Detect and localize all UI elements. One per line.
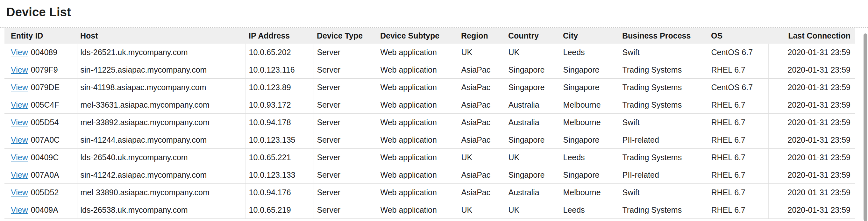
cell-business_process: Trading Systems <box>619 61 708 78</box>
table-header-row: Entity IDHostIP AddressDevice TypeDevice… <box>4 28 855 43</box>
cell-device_subtype: Web application <box>377 201 458 219</box>
entity-id-value: 005D52 <box>31 188 59 197</box>
cell-host: sin-41244.asiapac.mycompany.com <box>77 131 246 149</box>
cell-host: sin-41225.asiapac.mycompany.com <box>77 61 246 78</box>
view-link[interactable]: View <box>11 153 28 162</box>
cell-business_process: Swift <box>619 114 708 131</box>
cell-device_subtype: Web application <box>377 78 458 96</box>
view-link[interactable]: View <box>11 170 28 179</box>
cell-last_connection: 2020-01-31 23:59 <box>768 149 855 166</box>
cell-last_connection: 2020-01-31 23:59 <box>768 114 855 131</box>
cell-last_connection: 2020-01-31 23:59 <box>768 184 855 201</box>
cell-city: Melbourne <box>560 114 619 131</box>
table-row: View007A0Asin-41242.asiapac.mycompany.co… <box>4 166 855 184</box>
column-header-last_connection: Last Connection <box>768 28 855 43</box>
cell-city: Singapore <box>560 78 619 96</box>
cell-region: UK <box>458 149 505 166</box>
cell-entity_id: View007A0C <box>4 131 77 149</box>
cell-city: Singapore <box>560 131 619 149</box>
device-list-page: Device List Entity IDHostIP AddressDevic… <box>0 0 868 221</box>
cell-business_process: Trading Systems <box>619 201 708 219</box>
cell-device_subtype: Web application <box>377 131 458 149</box>
view-link[interactable]: View <box>11 118 28 127</box>
view-link[interactable]: View <box>11 188 28 197</box>
cell-last_connection: 2020-01-31 23:59 <box>768 78 855 96</box>
table-row: View0079F9sin-41225.asiapac.mycompany.co… <box>4 61 855 78</box>
cell-ip: 10.0.65.219 <box>246 201 314 219</box>
cell-country: UK <box>505 149 560 166</box>
cell-ip: 10.0.94.176 <box>246 184 314 201</box>
cell-last_connection: 2020-01-31 23:59 <box>768 201 855 219</box>
cell-country: Singapore <box>505 131 560 149</box>
column-header-country: Country <box>505 28 560 43</box>
view-link[interactable]: View <box>11 48 28 57</box>
cell-host: mel-33631.asiapac.mycompany.com <box>77 96 246 114</box>
cell-device_type: Server <box>314 131 377 149</box>
table-row: View0079DEsin-41198.asiapac.mycompany.co… <box>4 78 855 96</box>
cell-host: lds-26538.uk.mycompany.com <box>77 201 246 219</box>
cell-business_process: Trading Systems <box>619 78 708 96</box>
view-link[interactable]: View <box>11 206 28 214</box>
entity-id-value: 007A0A <box>31 170 59 179</box>
column-header-region: Region <box>458 28 505 43</box>
cell-last_connection: 2020-01-31 23:59 <box>768 61 855 78</box>
cell-entity_id: View00409A <box>4 201 77 219</box>
scrollbar-thumb[interactable] <box>864 33 867 221</box>
cell-ip: 10.0.123.89 <box>246 78 314 96</box>
cell-host: mel-33892.asiapac.mycompany.com <box>77 114 246 131</box>
cell-os: RHEL 6.7 <box>708 201 768 219</box>
cell-device_type: Server <box>314 96 377 114</box>
cell-business_process: Trading Systems <box>619 149 708 166</box>
table-row: View005D52mel-33890.asiapac.mycompany.co… <box>4 184 855 201</box>
cell-country: Singapore <box>505 166 560 184</box>
cell-device_subtype: Web application <box>377 61 458 78</box>
cell-country: Australia <box>505 114 560 131</box>
view-link[interactable]: View <box>11 65 28 74</box>
cell-entity_id: View0079DE <box>4 78 77 96</box>
cell-city: Singapore <box>560 166 619 184</box>
cell-os: RHEL 6.7 <box>708 131 768 149</box>
cell-host: sin-41242.asiapac.mycompany.com <box>77 166 246 184</box>
vertical-scrollbar[interactable] <box>863 0 868 221</box>
view-link[interactable]: View <box>11 135 28 144</box>
cell-city: Melbourne <box>560 184 619 201</box>
device-table: Entity IDHostIP AddressDevice TypeDevice… <box>4 28 855 219</box>
table-row: View00409Alds-26538.uk.mycompany.com10.0… <box>4 201 855 219</box>
cell-device_type: Server <box>314 114 377 131</box>
page-title: Device List <box>0 0 868 19</box>
cell-region: UK <box>458 201 505 219</box>
cell-device_subtype: Web application <box>377 43 458 61</box>
cell-country: Australia <box>505 184 560 201</box>
cell-os: RHEL 6.7 <box>708 184 768 201</box>
entity-id-value: 005D54 <box>31 118 59 127</box>
cell-business_process: Swift <box>619 43 708 61</box>
cell-os: RHEL 6.7 <box>708 96 768 114</box>
cell-device_type: Server <box>314 149 377 166</box>
view-link[interactable]: View <box>11 100 28 109</box>
column-header-entity_id: Entity ID <box>4 28 77 43</box>
cell-entity_id: View00409C <box>4 149 77 166</box>
entity-id-value: 005C4F <box>31 100 59 109</box>
cell-ip: 10.0.65.202 <box>246 43 314 61</box>
cell-device_type: Server <box>314 184 377 201</box>
cell-city: Melbourne <box>560 96 619 114</box>
cell-ip: 10.0.123.135 <box>246 131 314 149</box>
table-row: View005D54mel-33892.asiapac.mycompany.co… <box>4 114 855 131</box>
cell-device_type: Server <box>314 78 377 96</box>
cell-region: AsiaPac <box>458 61 505 78</box>
table-zone: Entity IDHostIP AddressDevice TypeDevice… <box>0 27 868 219</box>
cell-device_type: Server <box>314 201 377 219</box>
cell-os: RHEL 6.7 <box>708 166 768 184</box>
cell-region: AsiaPac <box>458 96 505 114</box>
cell-region: AsiaPac <box>458 78 505 96</box>
column-header-business_process: Business Process <box>619 28 708 43</box>
cell-device_subtype: Web application <box>377 166 458 184</box>
cell-last_connection: 2020-01-31 23:59 <box>768 166 855 184</box>
cell-country: Australia <box>505 96 560 114</box>
cell-region: AsiaPac <box>458 166 505 184</box>
entity-id-value: 004089 <box>31 48 57 57</box>
cell-ip: 10.0.65.221 <box>246 149 314 166</box>
view-link[interactable]: View <box>11 83 28 92</box>
cell-os: CentOS 6.7 <box>708 43 768 61</box>
cell-country: UK <box>505 201 560 219</box>
